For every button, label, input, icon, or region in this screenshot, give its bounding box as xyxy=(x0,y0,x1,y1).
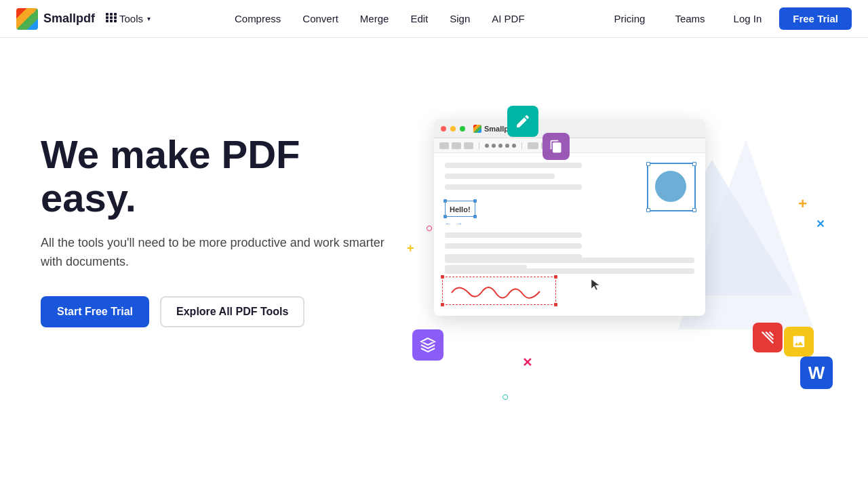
explore-tools-button[interactable]: Explore All PDF Tools xyxy=(160,296,304,327)
logo-icon xyxy=(16,8,38,30)
hero-section: We make PDF easy. All the tools you'll n… xyxy=(0,38,868,488)
window-dot-close xyxy=(441,126,446,131)
free-trial-button[interactable]: Free Trial xyxy=(779,7,852,30)
nav-pricing[interactable]: Pricing xyxy=(604,9,656,28)
start-free-trial-button[interactable]: Start Free Trial xyxy=(41,296,149,327)
toolbar-circle-2 xyxy=(492,144,496,148)
sig-handle-bl xyxy=(441,303,444,306)
svg-rect-5 xyxy=(114,16,117,19)
text-line-4 xyxy=(445,232,582,238)
svg-rect-6 xyxy=(106,20,108,22)
svg-rect-3 xyxy=(106,16,108,19)
pdf-toolbar xyxy=(434,138,705,153)
svg-rect-7 xyxy=(110,20,113,22)
handle-br xyxy=(473,215,477,218)
floating-icon-edit xyxy=(507,106,538,137)
toolbar-circle-5 xyxy=(512,144,516,148)
toolbar-btn-1 xyxy=(439,142,449,149)
deco-x-blue: ✕ xyxy=(816,218,825,230)
nav-convert[interactable]: Convert xyxy=(292,9,349,28)
sig-text-line-1 xyxy=(445,258,694,263)
arrow-right: → xyxy=(456,220,462,227)
pdf-editor-window: Smallpdf xyxy=(434,119,705,316)
logo-link[interactable]: Smallpdf xyxy=(16,8,95,30)
floating-icon-crop xyxy=(753,323,783,352)
logo-text: Smallpdf xyxy=(43,12,95,26)
sig-selection-box xyxy=(442,277,556,305)
nav-sign[interactable]: Sign xyxy=(439,9,481,28)
deco-circle-teal: ○ xyxy=(502,390,509,404)
sig-handle-br xyxy=(554,303,557,306)
text-line-1 xyxy=(445,163,582,168)
nav-right: Pricing Teams Log In Free Trial xyxy=(604,7,852,30)
sig-handle-tr xyxy=(554,275,557,279)
hero-subtitle: All the tools you'll need to be more pro… xyxy=(41,233,393,272)
chevron-down-icon: ▾ xyxy=(147,15,151,22)
pdf-content: Hello! ← → xyxy=(434,153,705,316)
grid-icon xyxy=(106,13,117,24)
text-line-3 xyxy=(445,184,582,190)
floating-icon-word: W xyxy=(800,357,833,389)
sel-handle-tl xyxy=(646,162,650,166)
toolbar-circle-4 xyxy=(505,144,509,148)
toolbar-divider-2 xyxy=(521,142,522,149)
tools-label: Tools xyxy=(119,13,143,24)
cursor-icon xyxy=(590,278,602,296)
floating-icon-pen xyxy=(412,329,443,361)
nav-left: Smallpdf Tools ▾ xyxy=(16,8,156,30)
toolbar-circle-3 xyxy=(498,144,502,148)
deco-x-pink: ✕ xyxy=(522,355,532,370)
nav-compress[interactable]: Compress xyxy=(224,9,292,28)
floating-icon-photo xyxy=(784,327,814,357)
sel-handle-tr xyxy=(692,162,696,166)
login-button[interactable]: Log In xyxy=(724,9,772,28)
hello-arrows: ← → xyxy=(445,220,582,227)
floating-icon-copy xyxy=(542,133,570,160)
toolbar-circle-1 xyxy=(485,144,489,148)
toolbar-btn-2 xyxy=(452,142,461,149)
hero-title: We make PDF easy. xyxy=(41,133,393,220)
signature-area xyxy=(445,258,694,306)
svg-rect-0 xyxy=(106,13,108,16)
sel-handle-bl xyxy=(646,208,650,212)
svg-rect-4 xyxy=(110,16,113,19)
handle-bl xyxy=(443,215,447,218)
window-dot-min xyxy=(450,126,456,131)
arrow-left: ← xyxy=(445,220,452,227)
window-header: Smallpdf xyxy=(434,119,705,138)
sig-handle-tl xyxy=(441,275,444,279)
sig-text-line-2 xyxy=(445,268,694,274)
hero-left: We make PDF easy. All the tools you'll n… xyxy=(41,92,393,327)
toolbar-divider xyxy=(479,142,479,149)
word-letter: W xyxy=(808,363,825,384)
nav-edit[interactable]: Edit xyxy=(399,9,439,28)
nav-center: Compress Convert Merge Edit Sign AI PDF xyxy=(224,9,536,28)
selection-box xyxy=(647,163,696,211)
svg-rect-2 xyxy=(114,13,117,16)
toolbar-btn-3 xyxy=(464,142,473,149)
signature-box xyxy=(445,279,694,306)
window-dot-max xyxy=(460,126,465,131)
sel-handle-br xyxy=(692,208,696,212)
hero-buttons: Start Free Trial Explore All PDF Tools xyxy=(41,296,393,327)
circle-decoration xyxy=(655,171,686,202)
deco-plus-gold: + xyxy=(798,195,807,213)
handle-tr xyxy=(473,199,477,203)
toolbar-undo xyxy=(528,142,538,149)
hero-illustration: Smallpdf xyxy=(407,106,827,445)
nav-ai-pdf[interactable]: AI PDF xyxy=(481,9,535,28)
svg-rect-8 xyxy=(114,20,117,22)
text-line-2 xyxy=(445,174,555,179)
svg-rect-1 xyxy=(110,13,113,16)
deco-plus-yellow: + xyxy=(407,241,414,256)
tools-menu-button[interactable]: Tools ▾ xyxy=(100,9,156,28)
deco-circle-pink: ○ xyxy=(426,221,433,235)
hello-text-box: Hello! xyxy=(445,201,475,217)
navbar: Smallpdf Tools ▾ Compress C xyxy=(0,0,868,38)
text-lines-area: Hello! ← → xyxy=(445,163,582,270)
brand-sq-icon xyxy=(473,125,481,133)
nav-merge[interactable]: Merge xyxy=(349,9,400,28)
hello-text: Hello! xyxy=(450,205,471,214)
handle-tl xyxy=(443,199,447,203)
nav-teams[interactable]: Teams xyxy=(664,9,715,28)
